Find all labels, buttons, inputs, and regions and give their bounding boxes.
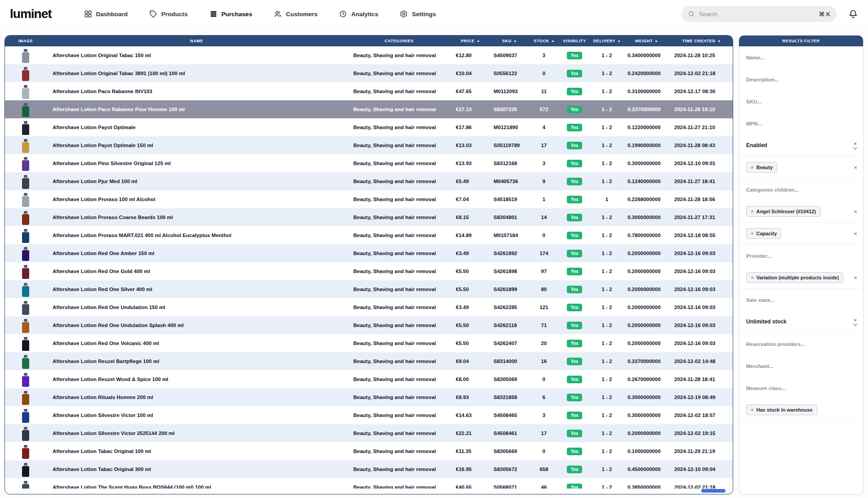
clear-filter-icon[interactable]: ×	[854, 231, 857, 237]
filter-chip-capacity[interactable]: ×Capacity	[746, 228, 781, 239]
product-stock: 0	[530, 442, 558, 460]
product-time-created: 2024-12-18 08:55	[670, 226, 733, 244]
settings-icon	[400, 10, 408, 18]
notifications-bell-icon[interactable]	[848, 9, 858, 19]
search-bar[interactable]: ⌘ K	[681, 6, 837, 22]
column-header-sku[interactable]: SKU	[489, 39, 530, 43]
table-row[interactable]: Aftershave Lotion Red One Amber 150 mlBe…	[5, 244, 733, 262]
product-weight: 0.2000000000	[623, 424, 670, 442]
table-row[interactable]: Aftershave Lotion Paco Rabanne INV103Bea…	[5, 82, 733, 100]
table-row[interactable]: Aftershave Lotion Red One Gold 400 mlBea…	[5, 262, 733, 280]
filter-select-value-unlimited-stock[interactable]: Unlimited stock	[746, 319, 786, 325]
analytics-icon	[339, 10, 347, 18]
filter-fields: Enabled××Beauty××Angel Schlesser (#10412…	[739, 46, 863, 421]
remove-chip-icon[interactable]: ×	[751, 231, 753, 236]
remove-chip-icon[interactable]: ×	[751, 275, 753, 280]
column-header-name: NAME	[46, 39, 347, 43]
product-sku: M0107184	[489, 226, 530, 244]
table-row[interactable]: Aftershave Lotion The Scent Hugo Boss BO…	[5, 478, 733, 489]
visibility-cell: Yes	[558, 262, 591, 280]
table-row[interactable]: Aftershave Lotion SIlvestre Victor 25251…	[5, 424, 733, 442]
table-row[interactable]: Aftershave Lotion Red One Volcanic 400 m…	[5, 334, 733, 352]
table-row[interactable]: Aftershave Lotion Reuzel Wood & Spice 10…	[5, 370, 733, 388]
filter-input-categories-children[interactable]	[746, 187, 856, 193]
column-header-delivery[interactable]: DELIVERY	[591, 39, 623, 43]
table-row[interactable]: Aftershave Lotion Rituals Homme 200 mlBe…	[5, 388, 733, 406]
table-row[interactable]: Aftershave Lotion Tabac Original 300 mlB…	[5, 460, 733, 478]
filter-input-measure-class[interactable]	[746, 386, 856, 391]
column-header-stock[interactable]: STOCK	[530, 39, 558, 43]
table-row[interactable]: Aftershave Lotion Red One Undulation Spl…	[5, 316, 733, 334]
product-sku: S05119789	[489, 136, 530, 154]
visibility-badge: Yes	[567, 106, 582, 113]
filter-input-provider[interactable]	[746, 253, 856, 259]
remove-chip-icon[interactable]: ×	[751, 209, 753, 214]
product-categories: Beauty, Shaving and hair removal	[347, 370, 451, 388]
table-row[interactable]: Aftershave Lotion Pjur Med 100 mlBeauty,…	[5, 172, 733, 190]
table-row[interactable]: Aftershave Lotion Red One Undulation 150…	[5, 298, 733, 316]
field-controls: ×	[854, 209, 857, 215]
table-row[interactable]: Aftershave Lotion Payot OptimaleBeauty, …	[5, 118, 733, 136]
table-row[interactable]: Aftershave Lotion Proraso Coarse Beards …	[5, 208, 733, 226]
table-row[interactable]: Aftershave Lotion Reuzel Bartpflege 100 …	[5, 352, 733, 370]
filter-input-merchant[interactable]	[746, 363, 856, 369]
chevron-down-icon[interactable]	[853, 147, 857, 150]
filter-select-value-enabled[interactable]: Enabled	[746, 142, 767, 148]
visibility-cell: Yes	[558, 82, 591, 100]
table-row[interactable]: Aftershave Lotion Proraso MART.021 400 m…	[5, 226, 733, 244]
table-row[interactable]: Aftershave Lotion Red One Silver 400 mlB…	[5, 280, 733, 298]
table-row[interactable]: Aftershave Lotion Tabac Original 100 mlB…	[5, 442, 733, 460]
product-image	[19, 174, 32, 189]
product-stock: 0	[530, 226, 558, 244]
column-label: WEIGHT	[635, 39, 653, 43]
clear-filter-icon[interactable]: ×	[854, 209, 857, 215]
table-row[interactable]: Aftershave Lotion Silvestre Victor 100 m…	[5, 406, 733, 424]
filter-input-name[interactable]	[746, 55, 856, 60]
filter-input-description[interactable]	[746, 77, 856, 82]
nav-item-products[interactable]: Products	[149, 10, 188, 18]
product-price: €11.35	[451, 442, 489, 460]
brand-logo[interactable]: luminet	[10, 7, 52, 21]
horizontal-scrollbar[interactable]	[5, 488, 733, 494]
column-header-time-created[interactable]: TIME CREATED	[670, 39, 733, 43]
column-header-price[interactable]: PRICE	[451, 39, 489, 43]
table-row[interactable]: Aftershave Lotion Proraso 100 ml Alcohol…	[5, 190, 733, 208]
nav-item-analytics[interactable]: Analytics	[339, 10, 378, 18]
filter-chip-has-stock-in-warehouse[interactable]: ×Has stock in warehouse	[746, 404, 817, 415]
table-row[interactable]: Aftershave Lotion Payot Optimale 150 mlB…	[5, 136, 733, 154]
remove-chip-icon[interactable]: ×	[751, 165, 753, 170]
horizontal-scrollbar-thumb[interactable]	[701, 489, 726, 493]
nav-item-settings[interactable]: Settings	[400, 10, 436, 18]
nav-item-dashboard[interactable]: Dashboard	[84, 10, 128, 18]
product-stock: 3	[530, 154, 558, 172]
chevron-down-icon[interactable]	[853, 323, 857, 326]
clear-filter-icon[interactable]: ×	[854, 275, 857, 281]
filter-chip-variation-multiple-products-inside[interactable]: ×Variation (multiple products inside)	[746, 272, 843, 283]
filter-input-reservation-providers[interactable]	[746, 341, 856, 347]
visibility-badge: Yes	[567, 88, 582, 95]
filter-input-sku[interactable]	[746, 99, 856, 104]
product-weight: 0.3000000000	[623, 388, 670, 406]
column-header-weight[interactable]: WEIGHT	[623, 39, 670, 43]
table-row[interactable]: Aftershave Lotion Original Tabac 150 mlB…	[5, 46, 733, 64]
search-input[interactable]	[699, 11, 815, 18]
product-image	[19, 444, 32, 459]
sort-caret-icon	[618, 40, 620, 42]
clear-filter-icon[interactable]: ×	[854, 141, 857, 147]
filter-input-sale-state[interactable]	[746, 297, 856, 303]
clear-filter-icon[interactable]: ×	[854, 165, 857, 170]
table-row[interactable]: Aftershave Lotion Original Tabac 3891 (1…	[5, 64, 733, 82]
clear-filter-icon[interactable]: ×	[854, 317, 857, 323]
filter-input-mpn[interactable]	[746, 121, 856, 126]
visibility-badge: Yes	[567, 250, 582, 257]
product-price: €8.93	[451, 388, 489, 406]
image-cell	[5, 406, 46, 424]
table-row[interactable]: Aftershave Lotion Paco Rabanne Pour Homm…	[5, 100, 733, 118]
table-row[interactable]: Aftershave Lotion Pino Silvestre Origina…	[5, 154, 733, 172]
nav-item-purchases[interactable]: Purchases	[209, 10, 252, 18]
remove-chip-icon[interactable]: ×	[751, 407, 753, 413]
nav-item-customers[interactable]: Customers	[274, 10, 318, 18]
product-weight: 0.3000000000	[623, 154, 670, 172]
filter-chip-angel-schlesser-10412[interactable]: ×Angel Schlesser (#10412)	[746, 206, 820, 217]
filter-chip-beauty[interactable]: ×Beauty	[746, 162, 777, 173]
